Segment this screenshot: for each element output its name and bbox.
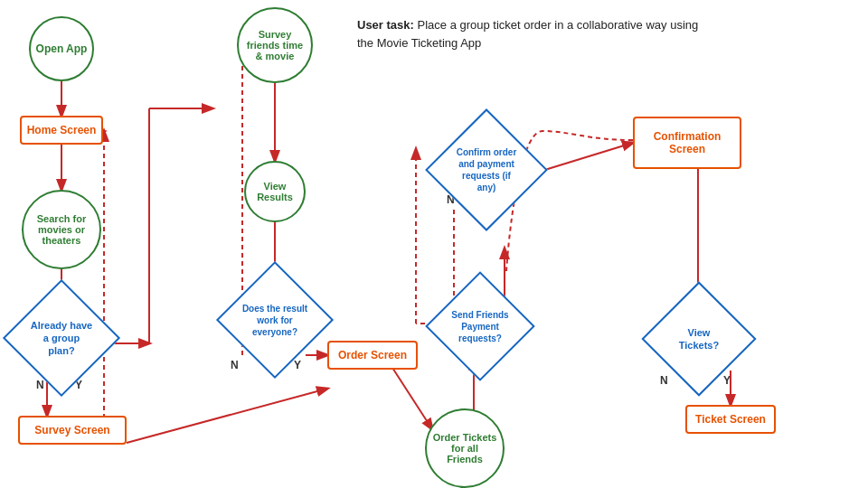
order-screen-node: Order Screen — [327, 341, 418, 370]
svg-line-33 — [127, 389, 327, 443]
confirm-order-node: Confirm order and payment requests (if a… — [443, 127, 530, 213]
user-task-label: User task: — [357, 18, 414, 32]
user-task-text: User task: Place a group ticket order in… — [357, 16, 701, 52]
search-node: Search for movies or theaters — [22, 190, 101, 269]
does-result-work-node: Does the result work for everyone? — [233, 278, 316, 361]
open-app-node: Open App — [29, 16, 94, 81]
view-results-node: View Results — [244, 161, 306, 222]
confirmation-screen-node: Confirmation Screen — [633, 117, 741, 169]
svg-text:N: N — [36, 379, 44, 391]
ticket-screen-node: Ticket Screen — [685, 405, 776, 434]
order-tickets-node: Order Tickets for all Friends — [425, 408, 505, 488]
home-screen-node: Home Screen — [20, 116, 103, 145]
group-plan-node: Already have a group plan? — [20, 296, 103, 380]
svg-line-28 — [539, 143, 633, 172]
survey-friends-node: Survey friends time & movie — [237, 7, 313, 83]
send-payment-node: Send Friends Payment requests? — [441, 287, 519, 365]
survey-screen-node: Survey Screen — [18, 416, 127, 445]
flowchart-diagram: N Y N Y N Y — [0, 0, 868, 488]
view-tickets-node: View Tickets? — [658, 298, 740, 380]
